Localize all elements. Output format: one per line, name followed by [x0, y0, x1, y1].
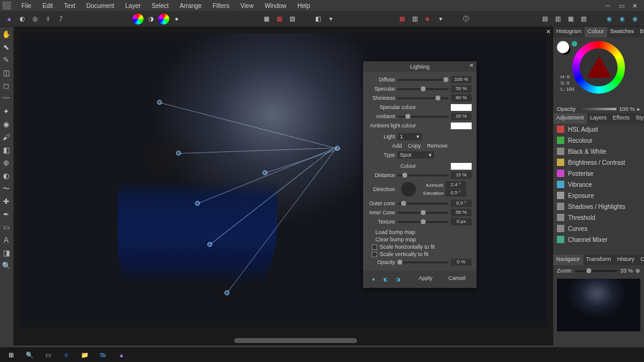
selection-none-icon[interactable]: ▧: [286, 13, 297, 25]
clone-tool[interactable]: ⊕: [0, 157, 12, 169]
light-handle[interactable]: [207, 242, 212, 247]
shininess-value[interactable]: 80 %: [451, 94, 472, 102]
swatches-icon[interactable]: [158, 13, 169, 25]
affinity-icon[interactable]: ▲: [113, 348, 130, 361]
tone-map-icon[interactable]: ⫴: [42, 13, 53, 25]
freehand-tool[interactable]: 〰: [0, 92, 12, 105]
distance-slider[interactable]: [397, 175, 448, 176]
adjustment-row[interactable]: Black & White: [553, 146, 644, 157]
develop-icon[interactable]: ◎: [29, 13, 40, 25]
export-icon[interactable]: ⤴: [55, 13, 66, 25]
elevation-value[interactable]: 0,5 °: [445, 189, 466, 197]
scale-h-checkbox[interactable]: [372, 244, 377, 250]
menu-view[interactable]: View: [235, 2, 259, 9]
remove-light-button[interactable]: Remove: [427, 143, 448, 149]
tab-colour[interactable]: Colour: [585, 27, 607, 37]
texture-slider[interactable]: [397, 221, 448, 223]
diffuse-value[interactable]: 100 %: [451, 76, 472, 83]
selection-invert-icon[interactable]: ▦: [274, 13, 285, 25]
menu-help[interactable]: Help: [292, 2, 316, 9]
move-tool[interactable]: ⬉: [0, 41, 12, 53]
shape-tool[interactable]: ▭: [0, 221, 12, 233]
persona-photo-icon[interactable]: ▲: [4, 13, 15, 25]
snap-icon[interactable]: ▦: [396, 13, 407, 25]
arrange-h-icon[interactable]: ▤: [539, 13, 550, 25]
assistant-icon[interactable]: ⓘ: [461, 13, 472, 25]
healing-tool[interactable]: ✚: [0, 195, 12, 208]
preset-2-icon[interactable]: ◐: [380, 274, 391, 285]
quick-mask-icon[interactable]: ◧: [312, 13, 323, 25]
horizontal-scrollbar[interactable]: [234, 338, 357, 343]
paint-brush-tool[interactable]: 🖌: [0, 131, 12, 143]
zoom-in-icon[interactable]: ⊕: [635, 268, 640, 274]
pen-tool[interactable]: ✒: [0, 208, 12, 221]
arrange-v-icon[interactable]: ▥: [552, 13, 563, 25]
menu-file[interactable]: File: [16, 2, 37, 9]
circle-icon[interactable]: ●: [171, 13, 182, 25]
navigator-preview[interactable]: [557, 279, 640, 331]
menu-arrange[interactable]: Arrange: [174, 2, 207, 9]
direction-widget[interactable]: [401, 182, 416, 197]
light-handle[interactable]: [195, 201, 200, 206]
tab-adjustment[interactable]: Adjustment: [553, 113, 587, 124]
diffuse-slider[interactable]: [397, 79, 448, 81]
task-view-icon[interactable]: ▭: [39, 348, 56, 361]
ambient-value[interactable]: 20 %: [451, 113, 472, 120]
adjustment-row[interactable]: Posterise: [553, 168, 644, 179]
opacity-stepper-icon[interactable]: ▸: [637, 106, 640, 112]
outer-cone-value[interactable]: 0,5 °: [451, 200, 472, 207]
menu-edit[interactable]: Edit: [37, 2, 58, 9]
tab-histogram[interactable]: Histogram: [553, 27, 585, 37]
close-button[interactable]: ✕: [628, 2, 642, 9]
tab-history[interactable]: History: [614, 255, 637, 265]
colour-wheel-icon[interactable]: [132, 13, 144, 25]
brush-selection-tool[interactable]: ✦: [0, 105, 12, 118]
light-handle[interactable]: [263, 170, 267, 175]
adjustment-row[interactable]: HSL Adjust: [553, 124, 644, 135]
menu-document[interactable]: Document: [81, 2, 120, 9]
dodge-tool[interactable]: ◐: [0, 170, 12, 182]
zoom-tool[interactable]: 🔍: [0, 260, 12, 272]
start-button[interactable]: ⊞: [2, 348, 20, 361]
snap3-icon[interactable]: ◈: [422, 13, 433, 25]
light-handle[interactable]: [224, 290, 229, 295]
bump-opacity-value[interactable]: 0 %: [451, 258, 472, 266]
explorer-icon[interactable]: 📁: [76, 348, 93, 361]
cancel-button[interactable]: Cancel: [442, 274, 472, 285]
light-origin-handle[interactable]: [335, 146, 340, 151]
adjustment-row[interactable]: Vibrance: [553, 179, 644, 190]
dialog-close-icon[interactable]: ✕: [469, 62, 474, 69]
selection-all-icon[interactable]: ▦: [261, 13, 272, 25]
adjustment-row[interactable]: Channel Mixer: [553, 234, 644, 245]
snap2-icon[interactable]: ▥: [409, 13, 420, 25]
minimize-button[interactable]: ─: [601, 2, 615, 9]
opacity-slider[interactable]: [578, 108, 617, 110]
adjustment-row[interactable]: Recolour: [553, 135, 644, 146]
zoom-slider[interactable]: [575, 270, 618, 272]
add-light-button[interactable]: Add: [392, 143, 402, 149]
colour-picker-tool[interactable]: ✎: [0, 54, 12, 66]
light-handle[interactable]: [176, 151, 181, 156]
adjustment-row[interactable]: Threshold: [553, 212, 644, 223]
text-tool[interactable]: A: [0, 234, 12, 246]
secondary-swatch[interactable]: [572, 41, 577, 47]
ambient-colour-swatch[interactable]: [451, 123, 472, 129]
clear-bump-button[interactable]: Clear bump map: [368, 236, 472, 243]
contrast-icon[interactable]: ◑: [145, 13, 156, 25]
texture-value[interactable]: 0 px: [451, 218, 472, 225]
type-select[interactable]: Spot▾: [397, 151, 434, 159]
store-icon[interactable]: 🛍: [94, 348, 112, 361]
dropdown-icon[interactable]: ▾: [325, 13, 336, 25]
scale-v-checkbox[interactable]: [372, 252, 377, 257]
selection-tool[interactable]: ◻: [0, 80, 12, 92]
light-colour-swatch[interactable]: [451, 163, 472, 170]
menu-layer[interactable]: Layer: [120, 2, 146, 9]
preset-1-icon[interactable]: ●: [368, 274, 379, 285]
preset-3-icon[interactable]: ◑: [393, 274, 404, 285]
colour-wheel[interactable]: [572, 41, 625, 94]
tab-brushes[interactable]: Brushes: [637, 27, 644, 37]
gradient-tool[interactable]: ◨: [0, 247, 12, 259]
specular-colour-swatch[interactable]: [451, 104, 472, 111]
stack3-icon[interactable]: ◉: [629, 13, 640, 25]
flood-tool[interactable]: ◉: [0, 118, 12, 130]
